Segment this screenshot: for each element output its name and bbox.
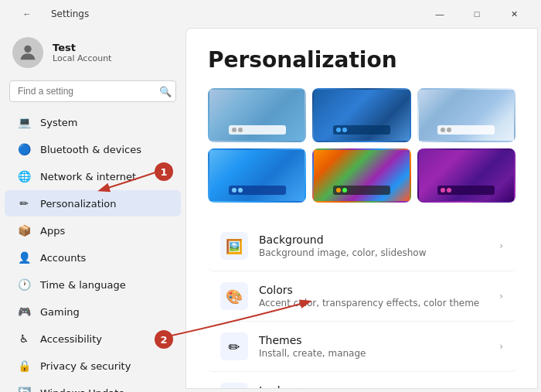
sidebar-item-label-bluetooth: Bluetooth & devices — [40, 144, 168, 155]
search-button[interactable]: 🔍 — [159, 86, 172, 97]
sidebar-item-label-system: System — [40, 117, 168, 128]
dot — [232, 188, 236, 193]
titlebar-controls: — □ ✕ — [422, 5, 532, 23]
apps-icon: 📦 — [17, 223, 31, 237]
dot — [447, 188, 451, 193]
theme-card-4[interactable] — [208, 148, 306, 203]
lockscreen-text: Lock screenLock screen images, apps, ani… — [259, 384, 493, 389]
colors-desc: Accent color, transparency effects, colo… — [259, 298, 493, 308]
gaming-icon: 🎮 — [17, 305, 31, 319]
sidebar-item-personalization[interactable]: ✏️Personalization — [5, 190, 181, 216]
sidebar-item-label-personalization: Personalization — [40, 198, 168, 210]
sidebar-item-label-accessibility: Accessibility — [40, 333, 168, 345]
dot — [342, 128, 347, 132]
settings-item-lockscreen[interactable]: 🔒Lock screenLock screen images, apps, an… — [208, 372, 515, 389]
update-icon: 🔄 — [17, 386, 31, 392]
app-container: Test Local Account 🔍 💻System🔵Bluetooth &… — [0, 25, 541, 392]
search-box: 🔍 — [9, 80, 176, 102]
dot — [441, 188, 445, 193]
themes-icon: ✏️ — [220, 332, 248, 360]
dot — [342, 188, 347, 193]
themes-text: ThemesInstall, create, manage — [259, 334, 493, 359]
accessibility-icon: ♿ — [17, 332, 31, 346]
settings-item-themes[interactable]: ✏️ThemesInstall, create, manage› — [208, 322, 515, 372]
bluetooth-icon: 🔵 — [17, 142, 31, 156]
sidebar-item-label-update: Windows Update — [40, 387, 168, 393]
dot — [447, 128, 451, 132]
taskbar-4 — [229, 186, 286, 195]
content-area: Personalization — [185, 28, 538, 389]
background-text: BackgroundBackground image, color, slide… — [259, 233, 493, 258]
network-icon: 🌐 — [17, 169, 31, 183]
nav-list: 💻System🔵Bluetooth & devices🌐Network & in… — [0, 108, 185, 392]
sidebar: Test Local Account 🔍 💻System🔵Bluetooth &… — [0, 25, 185, 392]
sidebar-item-network[interactable]: 🌐Network & internet — [5, 163, 181, 189]
taskbar-2 — [333, 125, 390, 135]
colors-title: Colors — [259, 284, 493, 296]
theme-card-2[interactable] — [312, 88, 410, 142]
sidebar-item-label-privacy: Privacy & security — [40, 360, 168, 372]
taskbar-5 — [333, 186, 390, 195]
sidebar-item-accounts[interactable]: 👤Accounts — [5, 244, 181, 271]
dot — [441, 128, 445, 132]
theme-grid — [208, 88, 515, 203]
search-icon: 🔍 — [159, 86, 172, 97]
privacy-icon: 🔒 — [17, 359, 31, 373]
avatar — [12, 37, 43, 68]
colors-chevron: › — [499, 291, 503, 302]
dot — [232, 128, 236, 132]
sidebar-item-gaming[interactable]: 🎮Gaming — [5, 298, 181, 325]
taskbar-6 — [437, 186, 495, 195]
sidebar-item-label-time: Time & language — [40, 279, 168, 291]
user-section: Test Local Account — [0, 31, 185, 77]
sidebar-item-time[interactable]: 🕐Time & language — [5, 271, 181, 298]
dot — [336, 188, 341, 193]
settings-item-colors[interactable]: 🎨ColorsAccent color, transparency effect… — [208, 271, 515, 322]
lockscreen-icon: 🔒 — [220, 383, 248, 389]
user-name: Test — [53, 42, 111, 53]
sidebar-item-label-apps: Apps — [40, 225, 168, 237]
system-icon: 💻 — [17, 115, 31, 129]
svg-point-0 — [24, 46, 31, 53]
themes-title: Themes — [259, 334, 493, 346]
titlebar-left: ← Settings — [9, 5, 89, 23]
sidebar-item-bluetooth[interactable]: 🔵Bluetooth & devices — [5, 136, 181, 162]
sidebar-item-label-gaming: Gaming — [40, 306, 168, 318]
settings-list: 🖼️BackgroundBackground image, color, sli… — [208, 221, 515, 389]
maximize-button[interactable]: □ — [459, 5, 495, 23]
minimize-button[interactable]: — — [422, 5, 458, 23]
background-desc: Background image, color, slideshow — [259, 247, 493, 258]
user-info: Test Local Account — [53, 42, 111, 63]
titlebar: ← Settings — □ ✕ — [0, 0, 541, 25]
sidebar-item-label-accounts: Accounts — [40, 252, 168, 264]
theme-card-3[interactable] — [417, 88, 515, 142]
lockscreen-title: Lock screen — [259, 384, 493, 389]
sidebar-item-apps[interactable]: 📦Apps — [5, 217, 181, 244]
search-input[interactable] — [9, 80, 176, 102]
themes-desc: Install, create, manage — [259, 348, 493, 359]
accounts-icon: 👤 — [17, 251, 31, 264]
theme-card-5[interactable] — [312, 148, 410, 203]
back-button[interactable]: ← — [9, 5, 45, 23]
sidebar-item-update[interactable]: 🔄Windows Update — [5, 380, 181, 392]
user-type: Local Account — [53, 53, 111, 63]
colors-text: ColorsAccent color, transparency effects… — [259, 284, 493, 308]
taskbar-1 — [229, 125, 286, 135]
taskbar-3 — [437, 125, 495, 135]
theme-card-6[interactable] — [417, 148, 515, 203]
theme-card-1[interactable] — [208, 88, 306, 142]
sidebar-item-privacy[interactable]: 🔒Privacy & security — [5, 353, 181, 379]
background-title: Background — [259, 233, 493, 246]
dot — [336, 128, 341, 132]
close-button[interactable]: ✕ — [496, 5, 532, 23]
background-chevron: › — [499, 240, 503, 251]
settings-item-background[interactable]: 🖼️BackgroundBackground image, color, sli… — [208, 221, 515, 271]
page-title: Personalization — [208, 47, 515, 73]
dot — [238, 188, 243, 193]
time-icon: 🕐 — [17, 278, 31, 291]
sidebar-item-label-network: Network & internet — [40, 171, 168, 182]
sidebar-item-system[interactable]: 💻System — [5, 109, 181, 135]
back-icon: ← — [23, 9, 32, 19]
sidebar-item-accessibility[interactable]: ♿Accessibility — [5, 326, 181, 352]
personalization-icon: ✏️ — [17, 196, 31, 210]
